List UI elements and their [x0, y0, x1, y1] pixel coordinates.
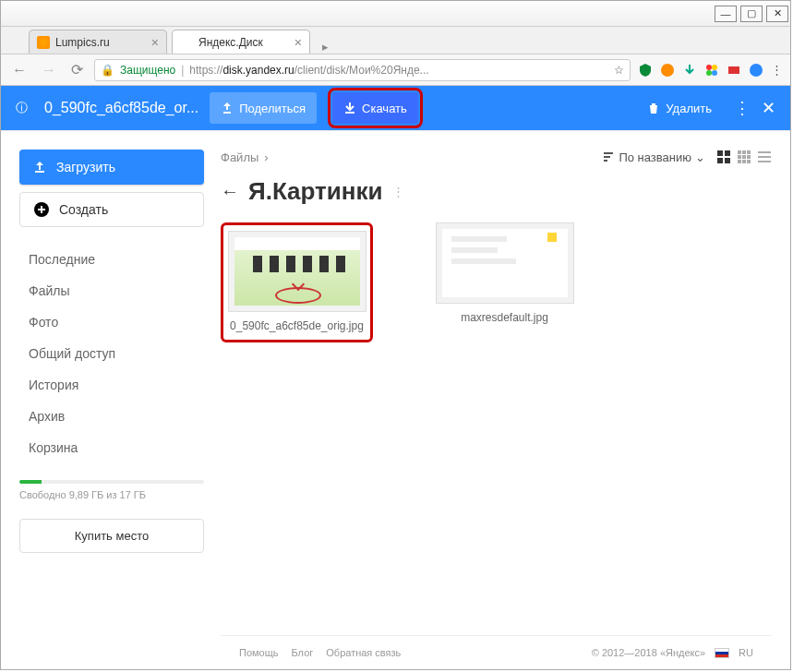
sort-dropdown[interactable]: По названию ⌄ — [602, 150, 705, 164]
svg-rect-11 — [717, 150, 723, 156]
new-tab-button[interactable]: ▸ — [315, 40, 336, 54]
nav-back[interactable]: ← — [8, 62, 30, 78]
nav-reload[interactable]: ⟳ — [67, 61, 87, 78]
crumb-sep-icon: › — [264, 150, 268, 164]
tab-close-icon[interactable]: × — [294, 35, 302, 50]
footer-help-link[interactable]: Помощь — [239, 647, 279, 658]
extension-adblock-icon[interactable] — [638, 63, 653, 78]
sidebar-item-trash[interactable]: Корзина — [19, 432, 204, 463]
file-name-label: maxresdefault.jpg — [461, 311, 548, 326]
create-button[interactable]: Создать — [19, 192, 204, 227]
window-minimize[interactable]: — — [715, 6, 737, 22]
sidebar-item-history[interactable]: История — [19, 369, 204, 401]
nav-forward[interactable]: → — [38, 62, 60, 78]
footer-copyright: © 2012—2018 «Яндекс» — [592, 647, 705, 658]
bookmark-star-icon[interactable]: ☆ — [614, 64, 624, 77]
upload-icon — [32, 160, 47, 174]
extension-blue-icon[interactable] — [749, 63, 763, 78]
folder-menu-icon[interactable]: ⋮ — [392, 185, 404, 198]
download-label: Скачать — [362, 102, 407, 115]
sort-label: По названию — [619, 150, 691, 164]
share-button[interactable]: Поделиться — [210, 92, 317, 124]
browser-menu-icon[interactable]: ⋮ — [771, 63, 783, 77]
svg-rect-22 — [742, 160, 746, 163]
view-large-grid-icon[interactable] — [716, 150, 731, 164]
upload-button[interactable]: Загрузить — [19, 150, 204, 185]
svg-rect-12 — [725, 150, 730, 156]
file-name-label: 0_590fc_a6cf85de_orig.jpg — [230, 319, 364, 334]
window-maximize[interactable]: ▢ — [740, 6, 763, 22]
tab-close-icon[interactable]: × — [151, 35, 159, 50]
share-icon — [221, 102, 234, 114]
download-icon — [343, 102, 356, 114]
svg-rect-7 — [223, 112, 231, 114]
svg-rect-24 — [758, 151, 771, 153]
browser-tab-lumpics[interactable]: Lumpics.ru × — [29, 30, 167, 54]
info-icon[interactable]: ⓘ — [16, 100, 28, 116]
sidebar-item-shared[interactable]: Общий доступ — [19, 338, 204, 369]
back-button[interactable]: ← — [221, 181, 239, 202]
favicon-yandex — [180, 36, 193, 49]
file-item[interactable]: maxresdefault.jpg — [428, 222, 581, 342]
crumb-root[interactable]: Файлы — [221, 150, 258, 164]
favicon-lumpics — [37, 36, 50, 49]
folder-title: Я.Картинки — [248, 177, 383, 206]
sidebar-item-recent[interactable]: Последние — [19, 244, 204, 275]
svg-rect-16 — [742, 150, 746, 154]
svg-rect-17 — [747, 150, 751, 154]
window-close[interactable]: ✕ — [766, 6, 788, 22]
svg-rect-5 — [728, 66, 739, 74]
trash-icon — [647, 102, 660, 114]
svg-rect-26 — [758, 161, 771, 162]
sidebar-item-archive[interactable]: Архив — [19, 401, 204, 432]
extension-multi-icon[interactable] — [704, 63, 719, 78]
download-highlight: Скачать — [328, 88, 423, 128]
download-button[interactable]: Скачать — [332, 92, 418, 124]
delete-label: Удалить — [666, 102, 712, 115]
svg-rect-8 — [345, 112, 354, 114]
svg-point-4 — [712, 70, 717, 76]
create-label: Создать — [59, 202, 108, 217]
view-small-grid-icon[interactable] — [737, 150, 751, 164]
sort-icon — [602, 150, 615, 163]
share-label: Поделиться — [239, 102, 306, 115]
browser-tab-yandex-disk[interactable]: Яндекс.Диск × — [172, 30, 310, 54]
file-thumbnail — [228, 231, 366, 312]
svg-rect-21 — [738, 160, 741, 163]
svg-point-1 — [706, 65, 712, 70]
language-selector[interactable]: RU — [739, 647, 753, 658]
storage-label: Свободно 9,89 ГБ из 17 ГБ — [19, 489, 204, 500]
selected-file-title: 0_590fc_a6cf85de_or... — [44, 100, 198, 116]
footer-blog-link[interactable]: Блог — [292, 647, 314, 658]
extension-orange-icon[interactable] — [660, 63, 675, 78]
chevron-down-icon: ⌄ — [695, 150, 705, 164]
svg-rect-18 — [738, 155, 741, 159]
footer-feedback-link[interactable]: Обратная связь — [326, 647, 401, 658]
address-bar[interactable]: 🔒 Защищено | https://disk.yandex.ru/clie… — [94, 59, 631, 81]
sidebar-item-photo[interactable]: Фото — [19, 306, 204, 338]
svg-rect-13 — [717, 158, 723, 163]
secure-icon: 🔒 — [101, 64, 114, 77]
svg-rect-19 — [742, 155, 746, 159]
secure-label: Защищено — [120, 64, 175, 77]
upload-label: Загрузить — [56, 160, 115, 174]
delete-button[interactable]: Удалить — [636, 92, 723, 124]
breadcrumb[interactable]: Файлы › — [221, 150, 269, 164]
svg-point-3 — [706, 70, 712, 76]
tab-title: Lumpics.ru — [55, 36, 110, 49]
svg-rect-23 — [747, 160, 751, 163]
extension-savefrom-icon[interactable] — [682, 63, 697, 78]
buy-storage-button[interactable]: Купить место — [19, 519, 204, 553]
close-panel-icon[interactable]: ✕ — [762, 98, 775, 118]
svg-point-6 — [750, 64, 763, 77]
more-menu-icon[interactable]: ⋮ — [734, 98, 751, 118]
svg-rect-25 — [758, 156, 771, 158]
file-item-selected[interactable]: 0_590fc_a6cf85de_orig.jpg — [221, 222, 373, 342]
svg-rect-9 — [35, 171, 44, 173]
plus-icon — [33, 201, 50, 218]
extension-red-icon[interactable] — [727, 63, 741, 78]
sidebar-item-files[interactable]: Файлы — [19, 275, 204, 306]
view-list-icon[interactable] — [757, 150, 772, 164]
url-text: https://disk.yandex.ru/client/disk/Мои%2… — [189, 64, 428, 77]
svg-point-2 — [712, 65, 717, 70]
